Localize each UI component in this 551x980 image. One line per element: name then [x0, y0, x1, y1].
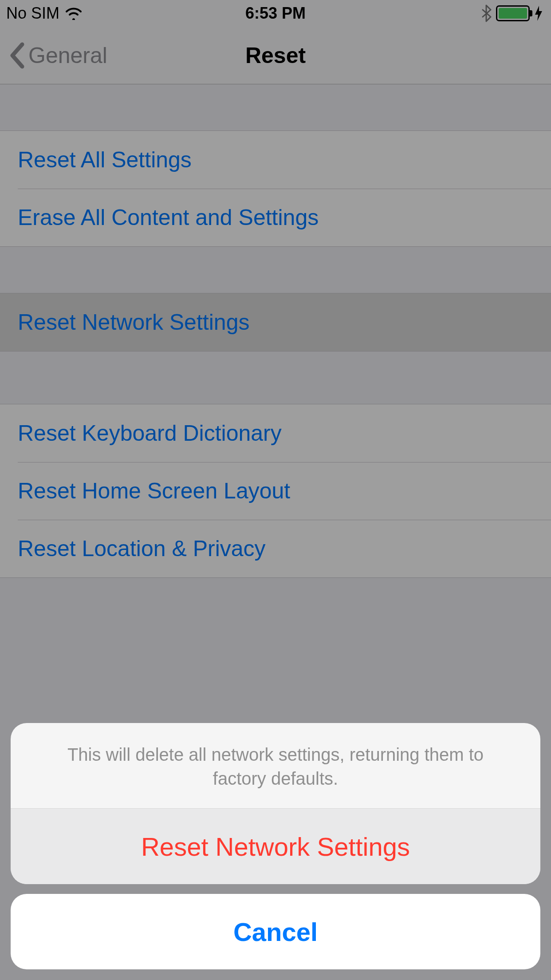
action-sheet-group: This will delete all network settings, r…	[11, 723, 540, 884]
action-sheet-message: This will delete all network settings, r…	[11, 723, 540, 809]
confirm-reset-network-button[interactable]: Reset Network Settings	[11, 809, 540, 884]
action-sheet: This will delete all network settings, r…	[0, 723, 551, 980]
cancel-button[interactable]: Cancel	[11, 894, 540, 969]
